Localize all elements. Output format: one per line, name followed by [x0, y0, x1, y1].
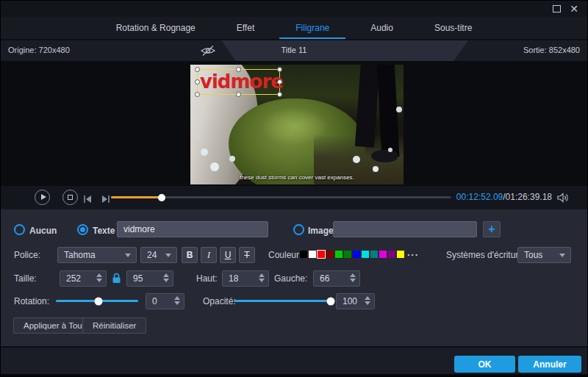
- opacity-track: [234, 300, 331, 302]
- color-swatch-7[interactable]: [353, 251, 360, 258]
- add-image-icon[interactable]: +: [483, 221, 501, 237]
- resize-handle[interactable]: [277, 92, 282, 97]
- size-label: Taille:: [14, 273, 37, 284]
- color-swatch-6[interactable]: [344, 251, 351, 258]
- width-value: 252: [66, 273, 81, 284]
- watermark-text-input[interactable]: [117, 221, 268, 237]
- next-frame-icon[interactable]: [101, 193, 110, 207]
- width-spinner[interactable]: 252: [60, 270, 107, 287]
- color-label: Couleur:: [268, 250, 301, 260]
- font-label: Police:: [14, 250, 40, 260]
- color-swatch-9[interactable]: [370, 251, 378, 258]
- watermark-image-input[interactable]: [333, 221, 477, 237]
- video-canvas: vidmore these dust storms can cover vast…: [190, 65, 404, 184]
- height-spin-arrows[interactable]: [163, 273, 169, 282]
- progress-thumb[interactable]: [158, 194, 165, 201]
- width-spin-arrows[interactable]: [96, 273, 102, 282]
- video-stage: vidmore these dust storms can cover vast…: [1, 61, 587, 186]
- window-bottom-edge: [1, 374, 587, 376]
- preview-header: Origine: 720x480 Title 11 Sortie: 852x48…: [1, 40, 587, 61]
- font-family-select[interactable]: Tahoma: [57, 247, 137, 263]
- clip-title: Title 11: [1, 46, 587, 54]
- rotation-spin-arrows[interactable]: [174, 296, 180, 305]
- opacity-slider[interactable]: [234, 293, 331, 309]
- resize-handle[interactable]: [236, 92, 241, 97]
- color-swatch-1[interactable]: [300, 251, 307, 258]
- volume-icon[interactable]: [557, 193, 570, 206]
- strikethrough-button[interactable]: T: [239, 247, 255, 263]
- titlebar: ✕: [1, 1, 587, 17]
- resize-handle[interactable]: [195, 92, 200, 97]
- tab-sous-titre[interactable]: Sous-titre: [414, 17, 492, 39]
- resize-handle[interactable]: [277, 79, 282, 85]
- video-shoe: [371, 150, 398, 162]
- previous-frame-icon[interactable]: [83, 193, 93, 207]
- lock-ratio-icon[interactable]: [112, 273, 121, 287]
- color-swatch-5[interactable]: [335, 251, 343, 258]
- font-size-select[interactable]: 24: [140, 247, 177, 263]
- tab-filigrane[interactable]: Filigrane: [275, 17, 350, 39]
- radio-image[interactable]: [293, 224, 304, 235]
- ok-button[interactable]: OK: [454, 356, 515, 373]
- resize-handle[interactable]: [236, 67, 241, 72]
- left-label: Gauche:: [274, 273, 307, 284]
- top-spin-arrows[interactable]: [259, 273, 265, 282]
- opacity-thumb[interactable]: [327, 298, 335, 306]
- opacity-spinner[interactable]: 100: [336, 293, 375, 309]
- italic-button[interactable]: I: [201, 247, 217, 263]
- watermark-box[interactable]: vidmore: [197, 69, 280, 95]
- tab-bar: Rotation & Rognage Effet Filigrane Audio…: [1, 17, 587, 40]
- color-swatch-8[interactable]: [362, 251, 369, 258]
- close-icon[interactable]: ✕: [570, 2, 578, 15]
- resize-handle[interactable]: [277, 67, 282, 72]
- opacity-spin-arrows[interactable]: [365, 296, 370, 305]
- chevron-down-icon: [125, 254, 131, 257]
- left-value: 66: [320, 273, 329, 284]
- watermark-text[interactable]: vidmore: [198, 70, 279, 93]
- opacity-label: Opacité:: [203, 296, 236, 306]
- video-flowers: [190, 65, 192, 66]
- left-spinner[interactable]: 66: [313, 270, 360, 287]
- more-colors-icon[interactable]: ···: [407, 247, 419, 263]
- reset-button[interactable]: Réinitialiser: [82, 317, 146, 334]
- resize-handle[interactable]: [195, 79, 200, 85]
- cancel-button[interactable]: Annuler: [518, 356, 581, 373]
- radio-image-label: Image: [308, 226, 334, 236]
- color-swatch-11[interactable]: [388, 251, 395, 258]
- color-swatch-10[interactable]: [379, 251, 387, 258]
- radio-aucun[interactable]: [14, 224, 25, 235]
- resize-handle[interactable]: [195, 67, 200, 72]
- current-time: 00:12:52.09: [456, 192, 503, 202]
- playback-progress-slider[interactable]: [111, 196, 451, 198]
- tab-effet[interactable]: Effet: [216, 17, 275, 39]
- rotation-spinner[interactable]: 0: [146, 293, 184, 309]
- color-swatch-3[interactable]: [318, 251, 325, 258]
- script-system-value: Tous: [524, 250, 542, 260]
- left-spin-arrows[interactable]: [350, 273, 356, 282]
- chevron-down-icon: [559, 254, 565, 257]
- radio-texte-label: Texte: [93, 226, 115, 236]
- rotation-value: 0: [152, 296, 157, 306]
- height-value: 95: [133, 273, 143, 284]
- top-spinner[interactable]: 18: [222, 270, 269, 287]
- tab-rotation-rognage[interactable]: Rotation & Rognage: [96, 17, 216, 39]
- watermark-controls: Aucun Texte Image + Police: Tahoma 24 B …: [1, 209, 587, 346]
- rotation-slider[interactable]: [56, 293, 138, 309]
- tab-audio[interactable]: Audio: [350, 17, 414, 39]
- rotation-thumb[interactable]: [95, 298, 103, 306]
- bold-button[interactable]: B: [182, 247, 198, 263]
- height-spinner[interactable]: 95: [126, 270, 173, 287]
- color-swatch-4[interactable]: [326, 251, 334, 258]
- top-label: Haut:: [196, 273, 218, 284]
- stop-icon[interactable]: [62, 190, 78, 205]
- script-system-select[interactable]: Tous: [517, 247, 571, 263]
- time-display: 00:12:52.09/01:26:39.18: [456, 192, 552, 202]
- chevron-down-icon: [165, 254, 171, 257]
- play-icon[interactable]: [35, 190, 50, 205]
- playback-bar: 00:12:52.09/01:26:39.18: [1, 186, 587, 209]
- radio-texte[interactable]: [77, 224, 88, 235]
- color-swatch-12[interactable]: [397, 251, 404, 258]
- underline-button[interactable]: U: [220, 247, 236, 263]
- color-swatch-2[interactable]: [309, 251, 316, 258]
- maximize-icon[interactable]: [553, 5, 561, 12]
